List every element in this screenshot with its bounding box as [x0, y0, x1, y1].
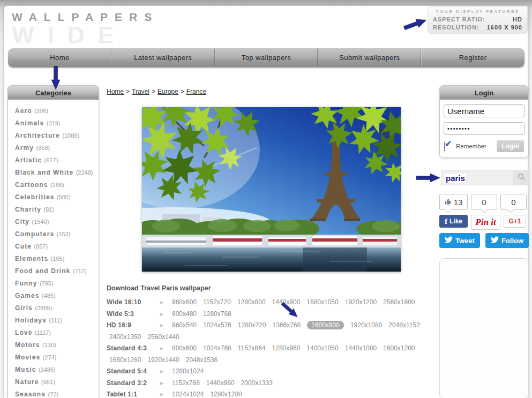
resolution-link[interactable]: 2000x1333 [241, 379, 273, 387]
resolution-link[interactable]: 1280x720 [238, 321, 266, 329]
search-box[interactable]: paris [441, 170, 530, 185]
sidebar-item-motors[interactable]: Motors (130) [15, 339, 99, 351]
category-count: (166) [50, 182, 64, 188]
nav-item-register[interactable]: Register [421, 48, 524, 67]
sidebar-item-cartoons[interactable]: Cartoons (166) [15, 178, 99, 191]
search-button[interactable] [513, 171, 529, 185]
resolution-link[interactable]: 1680x1050 [306, 298, 338, 306]
sidebar-item-city[interactable]: City (1540) [15, 215, 99, 228]
resolution-link[interactable]: 1400x1050 [306, 344, 338, 352]
sidebar-item-music[interactable]: Music (1486) [15, 363, 99, 376]
sidebar-item-charity[interactable]: Charity (81) [15, 203, 99, 215]
category-name: Army [15, 144, 34, 152]
nav-item-submit-wallpapers[interactable]: Submit wallpapers [318, 48, 421, 67]
sidebar-item-celebrities[interactable]: Celebrities (500) [15, 191, 99, 203]
resolution-link[interactable]: 1600x1200 [383, 344, 415, 352]
remember-checkbox[interactable]: ✔ [444, 142, 453, 151]
username-field[interactable] [444, 104, 524, 117]
categories-list: Aero (306)Animals (319)Architecture (108… [8, 100, 99, 398]
display-feature-label: RESOLUTION: [433, 24, 479, 32]
resolution-link[interactable]: 1440x960 [206, 379, 235, 387]
sidebar-item-seasons[interactable]: Seasons (72) [15, 388, 99, 398]
sidebar-item-elements[interactable]: Elements (105) [15, 252, 99, 265]
disclosure-triangle-icon: ▶ [160, 309, 172, 320]
resolution-link[interactable]: 1920x1440 [147, 356, 179, 364]
resolution-link[interactable]: 1440x1080 [345, 344, 377, 352]
resolution-link[interactable]: 2048x1152 [388, 321, 420, 329]
category-count: (857) [34, 243, 48, 250]
breadcrumb-link-home[interactable]: Home [107, 88, 124, 95]
resolution-link[interactable]: 1920x1200 [345, 298, 377, 306]
breadcrumb-link-france[interactable]: France [186, 88, 206, 95]
sidebar-item-black-and-white[interactable]: Black and White (2248) [15, 166, 99, 178]
wallpaper-preview-image[interactable] [142, 107, 401, 272]
category-count: (111) [49, 317, 62, 324]
resolution-link[interactable]: 1920x1080 [350, 321, 382, 329]
nav-item-top-wallpapers[interactable]: Top wallpapers [215, 48, 318, 67]
resolution-link[interactable]: 2560x1600 [383, 298, 415, 306]
resolution-link[interactable]: 1024x576 [203, 321, 231, 329]
resolution-link[interactable]: 1366x768 [272, 321, 301, 329]
resolution-link[interactable]: 1280x1280 [210, 391, 242, 398]
resolution-link[interactable]: 1280x960 [272, 344, 301, 352]
sidebar-item-cute[interactable]: Cute (857) [15, 240, 99, 252]
resolution-link[interactable]: 1680x1260 [109, 356, 141, 364]
breadcrumb-link-travel[interactable]: Travel [132, 88, 149, 95]
resolution-link[interactable]: 800x600 [172, 344, 197, 352]
resolution-link[interactable]: 1280x1024 [172, 367, 204, 375]
sidebar-item-games[interactable]: Games (485) [15, 289, 99, 302]
thumbs-up-icon [445, 198, 452, 207]
resolution-link[interactable]: 1152x720 [203, 298, 231, 306]
nav-item-home[interactable]: Home [8, 48, 111, 67]
resolution-link[interactable]: 960x600 [172, 298, 197, 306]
resolution-link[interactable]: 1024x768 [203, 344, 231, 352]
sidebar-item-love[interactable]: Love (1117) [15, 326, 99, 339]
search-value: paris [445, 174, 466, 183]
facebook-like-count[interactable]: 13 [439, 194, 468, 210]
disclosure-triangle-icon: ▶ [160, 297, 172, 309]
breadcrumb-link-europe[interactable]: Europe [158, 88, 178, 95]
sidebar-item-holidays[interactable]: Holidays (111) [15, 314, 99, 326]
twitter-follow-button[interactable]: Follow [485, 233, 529, 248]
search-input[interactable]: paris [441, 171, 513, 185]
password-field[interactable] [444, 122, 524, 135]
gplus-count[interactable]: 0 [500, 194, 527, 210]
sidebar-item-animals[interactable]: Animals (319) [15, 117, 99, 129]
sidebar-item-army[interactable]: Army (858) [15, 141, 99, 154]
resolution-link[interactable]: 1152x864 [238, 344, 266, 352]
nav-item-label: Home [50, 54, 69, 62]
nav-item-latest-wallpapers[interactable]: Latest wallpapers [111, 48, 215, 67]
pinterest-count[interactable]: 0 [471, 194, 497, 210]
pinterest-pin-button[interactable]: Pin it [471, 215, 500, 230]
resolution-link[interactable]: 960x540 [172, 321, 197, 329]
gplus-button[interactable]: G+1 [504, 215, 526, 228]
sidebar-item-movies[interactable]: Movies (274) [15, 351, 99, 363]
twitter-bird-icon [445, 236, 453, 245]
category-name: Black and White [15, 169, 73, 176]
sidebar-item-artistic[interactable]: Artistic (617) [15, 154, 99, 166]
resolution-link-highlighted[interactable]: 1600x900 [307, 321, 344, 329]
category-name: Holidays [15, 317, 47, 324]
site-logo[interactable]: WALLPAPERS WIDE [12, 11, 159, 47]
resolution-link[interactable]: 1280x800 [237, 298, 266, 306]
sidebar-item-girls[interactable]: Girls (2885) [15, 302, 99, 314]
resolution-link[interactable]: 1024x1024 [172, 391, 204, 398]
facebook-like-button[interactable]: f Like [439, 215, 468, 228]
tweet-button[interactable]: Tweet [439, 233, 480, 248]
resolution-link[interactable]: 800x480 [172, 310, 197, 318]
resolution-link[interactable]: 2400x1350 [109, 333, 141, 341]
sidebar-item-architecture[interactable]: Architecture (1086) [15, 129, 99, 141]
resolution-link[interactable]: 1152x768 [172, 379, 200, 387]
sidebar-item-funny[interactable]: Funny (795) [15, 277, 99, 289]
category-count: (1486) [39, 366, 56, 373]
sidebar-item-computers[interactable]: Computers (153) [15, 228, 99, 240]
disclosure-triangle-icon: ▶ [160, 343, 172, 355]
login-button[interactable]: Login [497, 140, 524, 152]
sidebar-item-food-and-drink[interactable]: Food and Drink (712) [15, 265, 99, 277]
resolution-link[interactable]: 1280x768 [203, 310, 231, 318]
download-title: Download Travel Paris wallpaper [107, 284, 211, 292]
resolution-link[interactable]: 2048x1536 [186, 356, 218, 364]
sidebar-item-nature[interactable]: Nature (961) [15, 376, 99, 388]
sidebar-item-aero[interactable]: Aero (306) [15, 104, 99, 117]
resolution-link[interactable]: 2560x1440 [147, 333, 179, 341]
